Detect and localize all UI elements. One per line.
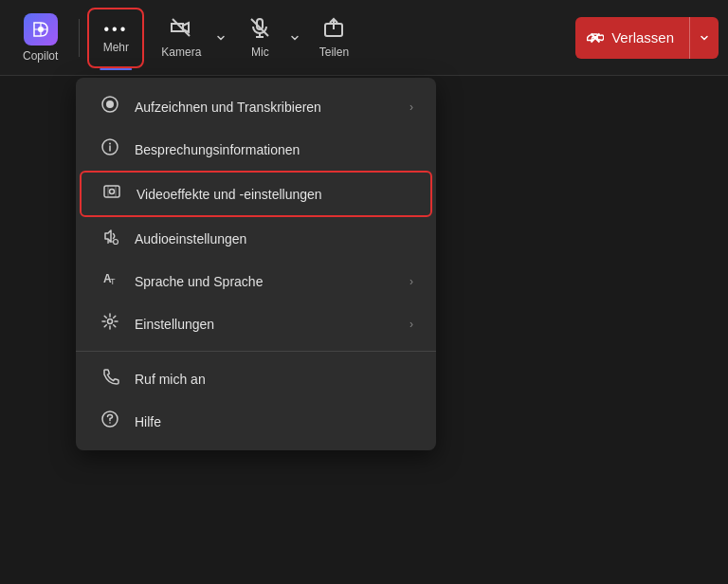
menu-item-besprechung[interactable]: Besprechungsinformationen [80,128,432,171]
svg-line-3 [173,19,190,36]
menu-item-videoeffekte[interactable]: Videoeffekte und -einstellungen [80,171,432,217]
leave-button[interactable]: Verlassen [575,17,719,59]
menu-item-aufzeichnen[interactable]: Aufzeichnen und Transkribieren › [80,85,432,128]
copilot-label: Copilot [23,49,58,63]
mehr-label: Mehr [103,41,129,54]
svg-rect-16 [104,186,119,197]
leave-caret[interactable] [690,17,719,59]
kamera-caret[interactable] [214,8,228,68]
toolbar: Copilot ••• Mehr Kamera [0,0,728,76]
menu-label-sprache: Sprache und Sprache [135,274,396,289]
svg-point-0 [38,27,44,32]
audio-icon [99,227,121,250]
menu-item-audio[interactable]: Audioeinstellungen [80,217,432,260]
leave-main: Verlassen [575,17,690,59]
teilen-button[interactable]: Teilen [305,8,362,68]
menu-arrow-aufzeichnen: › [410,100,413,114]
kamera-icon [170,16,192,42]
kamera-label: Kamera [161,46,201,59]
record-icon [99,95,121,119]
svg-point-23 [109,422,111,424]
separator-1 [79,19,80,57]
mic-label: Mic [251,46,269,59]
svg-point-18 [114,240,118,245]
videoeffekte-icon [100,182,123,206]
menu-item-ruf[interactable]: Ruf mich an [80,357,432,400]
leave-label: Verlassen [611,29,674,46]
menu-label-ruf: Ruf mich an [135,372,413,387]
copilot-button[interactable]: Copilot [9,8,71,68]
menu-label-videoeffekte: Videoeffekte und -einstellungen [136,187,411,202]
mic-button[interactable]: Mic [231,8,288,68]
help-icon [99,410,121,433]
menu-item-sprache[interactable]: A T Sprache und Sprache › [80,260,432,302]
menu-item-hilfe[interactable]: Hilfe [80,400,432,443]
teilen-label: Teilen [319,46,349,59]
menu-arrow-sprache: › [410,275,413,288]
kamera-group: Kamera [148,8,228,68]
info-icon [99,137,121,161]
copilot-icon [24,13,58,46]
mehr-button[interactable]: ••• Mehr [87,8,144,68]
svg-point-12 [106,100,114,108]
mic-icon [248,16,271,42]
menu-label-audio: Audioeinstellungen [135,231,413,246]
mic-caret[interactable] [288,8,301,68]
phone-icon [99,367,121,391]
svg-text:T: T [110,277,116,286]
menu-divider [76,351,436,352]
mehr-icon: ••• [103,22,128,37]
language-icon: A T [99,269,121,293]
svg-point-21 [108,319,113,324]
dropdown-menu: Aufzeichnen und Transkribieren › Besprec… [76,78,436,450]
settings-icon [99,312,121,336]
menu-label-einstellungen: Einstellungen [135,317,396,332]
menu-arrow-einstellungen: › [410,318,413,331]
mic-group: Mic [231,8,301,68]
teilen-icon [322,16,345,42]
menu-label-aufzeichnen: Aufzeichnen und Transkribieren [135,100,396,115]
svg-point-15 [109,143,111,145]
menu-label-besprechung: Besprechungsinformationen [135,142,413,157]
svg-point-17 [110,190,115,194]
menu-label-hilfe: Hilfe [135,414,413,429]
kamera-button[interactable]: Kamera [148,8,214,68]
menu-item-einstellungen[interactable]: Einstellungen › [80,302,432,345]
